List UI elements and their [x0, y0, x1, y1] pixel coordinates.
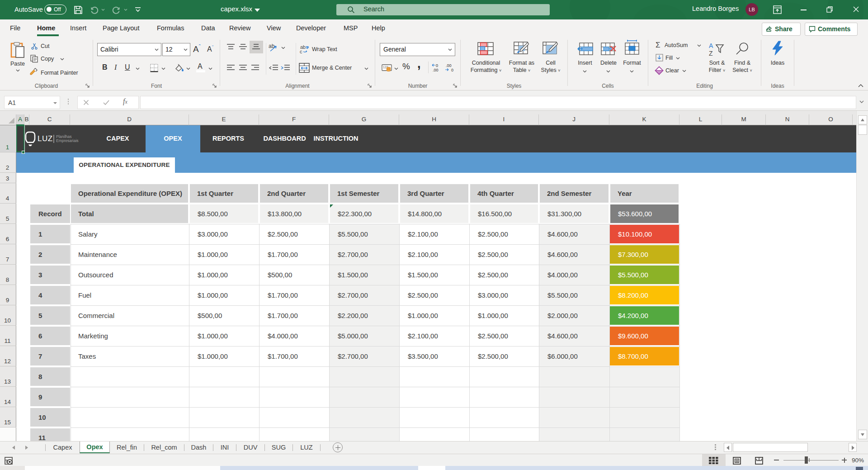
svg-text:0: 0: [436, 63, 438, 68]
svg-text:0: 0: [451, 68, 453, 72]
svg-text:c: c: [300, 49, 302, 54]
svg-text:A: A: [709, 42, 713, 49]
svg-text:.00: .00: [446, 63, 452, 68]
svg-text:.00: .00: [433, 68, 439, 72]
svg-text:Z: Z: [709, 50, 713, 57]
